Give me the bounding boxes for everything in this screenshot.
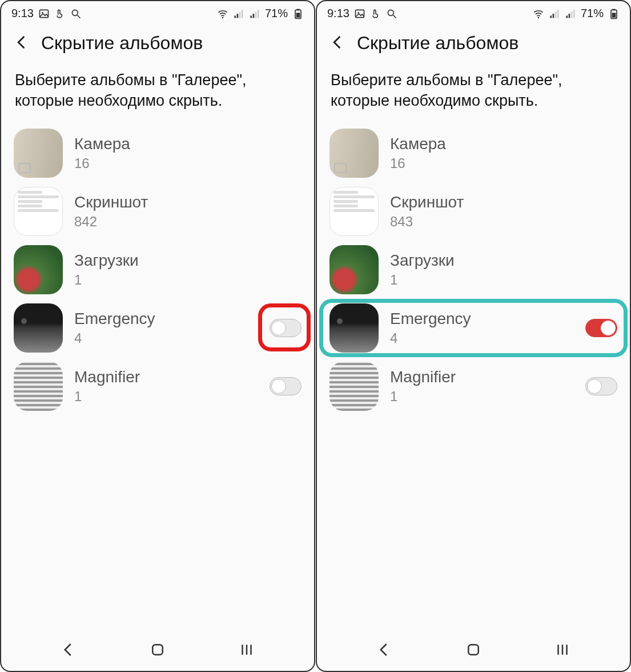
page-subtitle: Выберите альбомы в "Галерее", которые не… (317, 59, 630, 124)
album-count: 16 (74, 155, 302, 171)
album-row-emergency[interactable]: Emergency 4 (317, 299, 630, 357)
svg-rect-34 (613, 9, 616, 10)
album-count: 4 (390, 330, 574, 346)
signal2-icon (249, 8, 260, 19)
svg-rect-26 (553, 14, 554, 18)
album-name: Загрузки (74, 251, 302, 270)
album-row[interactable]: Камера 16 (1, 124, 314, 182)
svg-rect-29 (566, 15, 568, 18)
svg-rect-11 (255, 11, 257, 18)
album-row[interactable]: Загрузки 1 (1, 241, 314, 299)
phone-right: 9:13 71% Скрытие альбомов Выберите альбо… (316, 0, 631, 672)
album-count: 842 (74, 214, 302, 230)
album-name: Magnifier (390, 368, 574, 386)
svg-rect-12 (258, 10, 259, 18)
nav-bar (1, 631, 314, 671)
album-name: Камера (390, 135, 617, 153)
svg-rect-27 (555, 11, 557, 18)
header: Скрытие альбомов (1, 22, 314, 59)
status-bar: 9:13 71% (317, 1, 630, 22)
nav-home-button[interactable] (149, 641, 166, 661)
svg-rect-31 (571, 11, 573, 18)
album-thumb (329, 129, 379, 178)
back-button[interactable] (329, 34, 345, 53)
album-row[interactable]: Magnifier 1 (1, 357, 314, 415)
page-subtitle: Выберите альбомы в "Галерее", которые не… (1, 59, 314, 124)
album-thumb (329, 187, 379, 236)
album-row[interactable]: Скриншот 843 (317, 182, 630, 241)
nav-home-button[interactable] (465, 641, 482, 661)
album-name: Magnifier (74, 368, 258, 386)
wifi-icon (533, 8, 544, 19)
album-row[interactable]: Камера 16 (317, 124, 630, 182)
nav-recent-button[interactable] (554, 641, 571, 661)
album-count: 4 (74, 330, 258, 346)
nav-recent-button[interactable] (238, 641, 255, 661)
album-list-right: Камера 16 Скриншот 843 Загрузки 1 Emerge… (317, 124, 630, 631)
svg-rect-5 (234, 15, 236, 18)
album-thumb (14, 362, 63, 411)
status-time: 9:13 (11, 7, 34, 20)
album-thumb (329, 303, 379, 353)
svg-rect-14 (297, 9, 300, 10)
nav-back-button[interactable] (376, 641, 393, 661)
album-thumb (329, 362, 379, 411)
svg-rect-35 (612, 13, 616, 17)
album-name: Скриншот (390, 193, 617, 211)
svg-rect-25 (550, 15, 552, 18)
hide-toggle[interactable] (270, 377, 302, 395)
album-count: 1 (74, 389, 258, 405)
hide-toggle[interactable] (585, 377, 617, 395)
battery-percent: 71% (581, 7, 604, 20)
album-row[interactable]: Загрузки 1 (317, 241, 630, 299)
gesture-icon (370, 8, 381, 19)
album-row-emergency[interactable]: Emergency 4 (1, 299, 314, 357)
album-thumb (14, 187, 63, 236)
svg-rect-6 (237, 14, 239, 18)
svg-point-4 (222, 17, 224, 18)
svg-rect-7 (239, 11, 241, 18)
svg-rect-16 (152, 645, 163, 655)
hide-toggle[interactable] (585, 319, 617, 337)
album-thumb (329, 245, 379, 294)
album-row[interactable]: Magnifier 1 (317, 357, 630, 415)
album-thumb (14, 245, 63, 294)
signal2-icon (565, 8, 576, 19)
signal-icon (549, 8, 560, 19)
phone-left: 9:13 71% Скрытие альбомов Выберите альбо… (0, 0, 315, 672)
album-row[interactable]: Скриншот 842 (1, 182, 314, 241)
nav-bar (317, 631, 630, 671)
album-thumb (14, 303, 63, 353)
nav-back-button[interactable] (60, 641, 77, 661)
album-count: 16 (390, 155, 617, 171)
svg-rect-15 (296, 13, 300, 17)
album-count: 1 (390, 272, 617, 288)
battery-icon (608, 8, 620, 19)
svg-rect-30 (569, 14, 570, 18)
image-icon (38, 8, 50, 19)
signal-icon (233, 8, 244, 19)
album-count: 1 (74, 272, 302, 288)
image-icon (354, 8, 365, 19)
svg-point-24 (538, 17, 540, 18)
battery-icon (292, 8, 304, 19)
album-count: 843 (390, 214, 617, 230)
back-button[interactable] (14, 34, 30, 53)
svg-rect-9 (250, 15, 252, 18)
wifi-icon (217, 8, 228, 19)
hide-toggle[interactable] (270, 319, 302, 337)
svg-line-23 (393, 15, 396, 18)
album-name: Камера (74, 135, 302, 153)
svg-rect-8 (242, 10, 243, 18)
svg-point-22 (388, 10, 393, 15)
svg-rect-32 (573, 10, 575, 18)
status-bar: 9:13 71% (1, 1, 314, 22)
album-name: Emergency (74, 310, 258, 328)
album-name: Скриншот (74, 193, 302, 211)
album-name: Emergency (390, 310, 574, 328)
album-name: Загрузки (390, 251, 617, 270)
svg-rect-36 (468, 645, 479, 655)
page-title: Скрытие альбомов (357, 33, 519, 54)
search-icon (70, 8, 82, 19)
header: Скрытие альбомов (317, 22, 630, 59)
